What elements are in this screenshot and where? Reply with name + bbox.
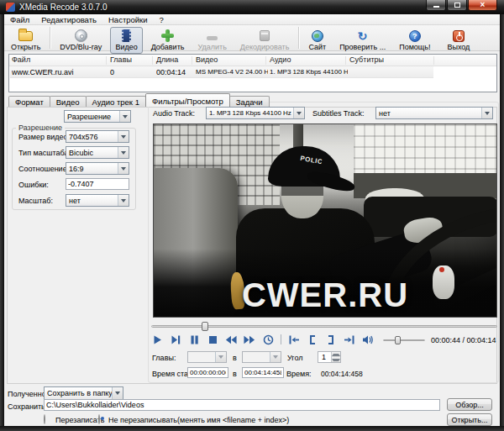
tab-bar: Формат Видео Аудио трек 1 Фильтры/Просмо… [8, 94, 269, 107]
column-chapters[interactable]: Главы [110, 55, 132, 64]
menu-help[interactable]: ? [154, 15, 170, 24]
seek-thumb[interactable] [202, 322, 208, 331]
browse-button[interactable]: Обзор... [447, 398, 492, 411]
stop-button[interactable] [207, 334, 218, 345]
toolbar: Открыть DVD/Blu-ray Видео Добавить Удали… [4, 25, 500, 51]
volume-thumb[interactable] [395, 336, 401, 344]
play-button[interactable] [151, 334, 163, 345]
column-video[interactable]: Видео [196, 55, 218, 64]
open-button[interactable]: Открыть [6, 27, 45, 54]
file-list: Файл Главы Длина Видео Аудио Субтитры ww… [8, 54, 497, 92]
aspect-ratio-combobox[interactable]: 16:9 [66, 162, 129, 175]
zoom-value: нет [69, 197, 118, 205]
stepper-down-icon[interactable] [332, 357, 340, 362]
volume-slider[interactable] [383, 336, 425, 345]
step-forward-button[interactable] [170, 334, 181, 345]
plus-icon [161, 29, 174, 42]
audio-track-combobox[interactable]: 1. MP3 128 Kbps 44100 Hz 2 Channe [206, 107, 305, 119]
table-row[interactable]: www.CWER.ru.avi 0 00:04:14 MS MPEG-4 V2 … [10, 66, 433, 78]
open-output-button[interactable]: Открыть... [447, 413, 492, 426]
video-button[interactable]: Видео [110, 27, 142, 54]
close-icon: × [480, 1, 486, 9]
scale-type-value: Bicubic [69, 149, 118, 157]
duration-value: 00:04:14:458 [321, 370, 363, 378]
transport-separator [281, 334, 281, 344]
save-path-field[interactable] [44, 399, 440, 411]
rewind-button[interactable] [225, 334, 237, 345]
fast-forward-button[interactable] [244, 334, 255, 345]
toolbar-separator [298, 27, 299, 49]
chapters-in-label: в [233, 354, 237, 362]
add-label: Добавить [151, 43, 185, 51]
video-preview: POLICE CWER.RU [153, 124, 497, 318]
end-time-field[interactable] [242, 367, 284, 378]
exit-button[interactable]: Выход [442, 27, 475, 54]
chevron-down-icon [118, 131, 129, 142]
window-frame-bottom [0, 426, 504, 431]
errors-field[interactable] [66, 178, 129, 190]
maximize-button[interactable] [447, 0, 467, 11]
angle-stepper[interactable]: 1 [318, 351, 341, 363]
tab-filters-preview[interactable]: Фильтры/Просмотр [145, 93, 230, 107]
chapter-from-combobox [187, 351, 227, 363]
subtitles-track-label: Subtitles Track: [312, 109, 365, 118]
site-button[interactable]: Сайт [303, 27, 331, 54]
zoom-combobox[interactable]: нет [66, 194, 129, 207]
menu-file[interactable]: Файл [4, 15, 35, 24]
scale-type-combobox[interactable]: Bicubic [66, 146, 129, 159]
help-label: Помощь! [399, 43, 430, 51]
video-size-combobox[interactable]: 704x576 [66, 130, 129, 143]
seek-slider[interactable] [151, 322, 497, 332]
errors-label: Ошибки: [18, 181, 49, 189]
column-audio[interactable]: Аудио [270, 55, 291, 64]
column-length[interactable]: Длина [156, 55, 178, 64]
site-label: Сайт [308, 43, 326, 51]
dvd-label: DVD/Blu-ray [60, 43, 102, 51]
goto-end-mark-button[interactable] [344, 334, 355, 345]
close-button[interactable]: × [468, 0, 497, 11]
keep-radio[interactable] [98, 414, 100, 424]
column-subtitles[interactable]: Субтитры [349, 55, 384, 64]
exit-label: Выход [447, 43, 470, 51]
chevron-down-icon [118, 195, 129, 206]
angle-label: Угол [287, 354, 302, 362]
volume-button[interactable] [362, 334, 374, 345]
tab-jobs[interactable]: Задачи [229, 96, 270, 107]
tab-format[interactable]: Формат [8, 96, 50, 107]
window-controls: × [425, 0, 497, 11]
dvd-button[interactable]: DVD/Blu-ray [55, 27, 107, 54]
chapter-to-combobox [242, 351, 281, 363]
start-time-field[interactable] [187, 367, 228, 378]
preview-time-icon[interactable] [262, 334, 274, 345]
goto-start-mark-button[interactable] [288, 334, 300, 345]
film-can-icon [260, 29, 270, 42]
chevron-down-icon [119, 111, 130, 122]
globe-icon [312, 29, 323, 42]
output-mode-combobox[interactable]: Сохранить в папку [44, 386, 123, 400]
pause-button[interactable] [188, 334, 200, 345]
subtitles-track-combobox[interactable]: нет [375, 107, 493, 119]
filter-preset-combobox[interactable]: Разрешение [64, 110, 131, 123]
set-end-mark-button[interactable] [325, 334, 337, 345]
overwrite-radio[interactable] [44, 414, 45, 424]
add-button[interactable]: Добавить [146, 27, 190, 54]
subtitles-track-value: нет [379, 109, 481, 118]
volume-track[interactable] [383, 339, 425, 341]
app-icon [6, 3, 15, 12]
disc-icon [75, 29, 87, 42]
minimize-button[interactable] [426, 0, 446, 11]
video-size-label: Размер видео: [18, 133, 70, 141]
menu-edit[interactable]: Редактировать [35, 15, 102, 24]
remove-button: Удалить [192, 27, 231, 54]
menu-settings[interactable]: Настройки [102, 15, 154, 24]
video-scene-cat-nose [439, 267, 444, 272]
help-button[interactable]: ? Помощь! [394, 27, 435, 54]
output-mode-value: Сохранить в папку [47, 389, 112, 397]
column-file[interactable]: Файл [12, 55, 30, 64]
set-start-mark-button[interactable] [307, 334, 318, 345]
tab-audio-track-1[interactable]: Аудио трек 1 [86, 96, 146, 107]
tab-video[interactable]: Видео [50, 96, 87, 107]
check-updates-button[interactable]: ↻ Проверить ... [334, 27, 391, 54]
resolution-group-title: Разрешение [16, 124, 65, 132]
video-size-value: 704x576 [69, 133, 118, 141]
